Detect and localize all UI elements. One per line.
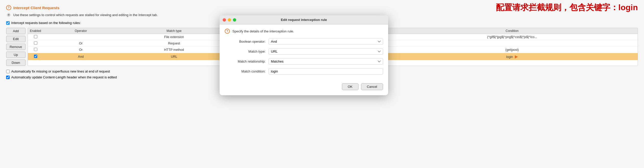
ok-button[interactable]: OK — [342, 83, 359, 90]
boolean-operator-row: Boolean operator: And Or — [225, 38, 383, 45]
row-match-type: URL — [118, 53, 230, 60]
main-panel: ? Intercept Client Requests Use these se… — [0, 0, 644, 168]
dialog-titlebar: Edit request interception rule — [220, 15, 388, 25]
auto-fix-label: Automatically fix missing or superfluous… — [11, 69, 110, 73]
row-operator: Or — [43, 40, 118, 47]
match-type-label: Match type: — [225, 50, 266, 53]
match-type-select[interactable]: URL File extension Request HTTP method — [269, 48, 383, 55]
remove-button[interactable]: Remove — [6, 44, 26, 50]
row-checkbox[interactable] — [34, 35, 37, 38]
row-checkbox[interactable] — [34, 55, 37, 58]
row-operator — [43, 34, 118, 40]
boolean-operator-select[interactable]: And Or — [269, 38, 383, 45]
match-relationship-row: Match relationship: Matches Does not mat… — [225, 58, 383, 65]
row-match-type: File extension — [118, 34, 230, 40]
row-condition: (^gif$|^jpg$|^png$|^css$|^js$|^ico... — [387, 34, 638, 40]
edit-dialog: Edit request interception rule ? Specify… — [220, 15, 388, 95]
row-condition: (get|post) — [387, 47, 638, 53]
row-condition — [387, 40, 638, 47]
cancel-button[interactable]: Cancel — [361, 83, 383, 90]
intercept-checkbox-label: Intercept requests based on the followin… — [11, 21, 81, 25]
match-condition-row: Match condition: — [225, 68, 383, 75]
arrow-indicator: ▶ — [515, 54, 518, 59]
dialog-footer: OK Cancel — [225, 81, 383, 90]
match-relationship-select[interactable]: Matches Does not match Contains paramete… — [269, 58, 383, 65]
row-checkbox[interactable] — [34, 41, 37, 45]
row-match-type: Request — [118, 40, 230, 47]
minimize-window-button[interactable] — [228, 18, 231, 21]
match-relationship-label: Match relationship: — [225, 59, 266, 63]
col-operator: Operator — [43, 28, 118, 34]
gear-icon — [6, 12, 11, 17]
action-buttons: Add Edit Remove Up Down — [6, 28, 26, 66]
question-icon: ? — [6, 5, 11, 10]
match-condition-label: Match condition: — [225, 69, 266, 73]
boolean-operator-label: Boolean operator: — [225, 40, 266, 43]
match-type-row: Match type: URL File extension Request H… — [225, 48, 383, 55]
dialog-question-icon: ? — [225, 29, 230, 34]
row-operator: And — [43, 53, 118, 60]
auto-update-checkbox[interactable] — [6, 76, 10, 79]
maximize-window-button[interactable] — [233, 18, 236, 21]
row-match-type: HTTP method — [118, 47, 230, 53]
dialog-title: Edit request interception rule — [281, 18, 327, 22]
intercept-checkbox[interactable] — [6, 21, 10, 25]
dialog-info-row: ? Specify the details of the interceptio… — [225, 29, 383, 34]
col-condition: Condition — [387, 28, 638, 34]
row-checkbox[interactable] — [34, 48, 37, 51]
row-operator: Or — [43, 47, 118, 53]
auto-update-label: Automatically update Content-Length head… — [11, 75, 117, 79]
match-condition-input[interactable] — [269, 68, 383, 75]
col-match-type: Match type — [118, 28, 230, 34]
section-title: Intercept Client Requests — [13, 6, 59, 10]
down-button[interactable]: Down — [6, 59, 26, 66]
auto-fix-checkbox[interactable] — [6, 70, 10, 73]
add-button[interactable]: Add — [6, 28, 26, 34]
window-controls — [223, 18, 236, 21]
up-button[interactable]: Up — [6, 52, 26, 58]
annotation-text: 配置请求拦截规则，包含关键字：login — [496, 2, 638, 13]
section-description: Use these settings to control which requ… — [13, 13, 158, 17]
row-condition: login ▶ — [387, 53, 638, 60]
col-enabled: Enabled — [28, 28, 43, 34]
close-window-button[interactable] — [223, 18, 226, 21]
dialog-info-text: Specify the details of the interception … — [232, 29, 294, 33]
dialog-body: ? Specify the details of the interceptio… — [220, 25, 388, 95]
edit-button[interactable]: Edit — [6, 36, 26, 42]
